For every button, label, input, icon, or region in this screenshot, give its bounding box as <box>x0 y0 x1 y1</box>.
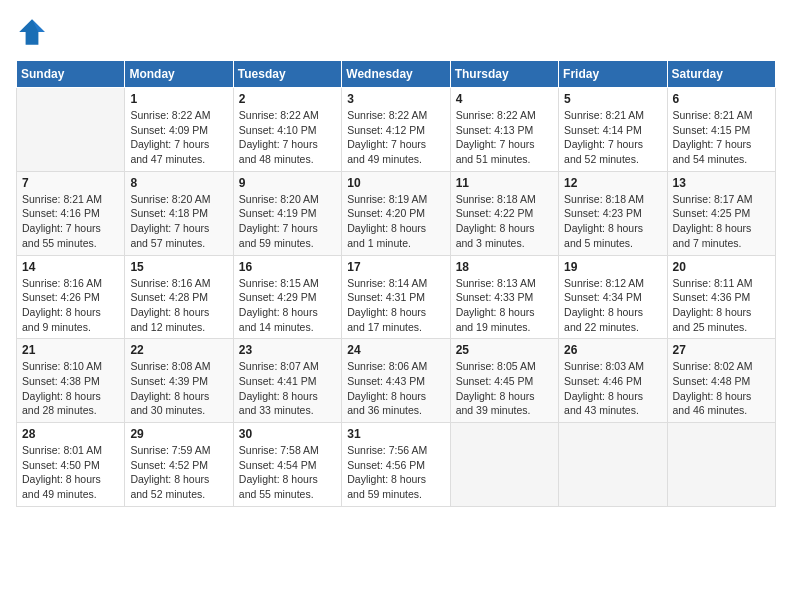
day-number: 15 <box>130 260 227 274</box>
calendar-table: SundayMondayTuesdayWednesdayThursdayFrid… <box>16 60 776 507</box>
calendar-body: 1Sunrise: 8:22 AM Sunset: 4:09 PM Daylig… <box>17 88 776 507</box>
day-number: 2 <box>239 92 336 106</box>
day-info: Sunrise: 8:22 AM Sunset: 4:12 PM Dayligh… <box>347 108 444 167</box>
calendar-cell <box>17 88 125 172</box>
calendar-week-0: 1Sunrise: 8:22 AM Sunset: 4:09 PM Daylig… <box>17 88 776 172</box>
day-number: 12 <box>564 176 661 190</box>
calendar-cell: 14Sunrise: 8:16 AM Sunset: 4:26 PM Dayli… <box>17 255 125 339</box>
calendar-cell: 16Sunrise: 8:15 AM Sunset: 4:29 PM Dayli… <box>233 255 341 339</box>
day-info: Sunrise: 7:59 AM Sunset: 4:52 PM Dayligh… <box>130 443 227 502</box>
weekday-header-tuesday: Tuesday <box>233 61 341 88</box>
weekday-header-friday: Friday <box>559 61 667 88</box>
day-number: 14 <box>22 260 119 274</box>
day-number: 25 <box>456 343 553 357</box>
calendar-cell: 27Sunrise: 8:02 AM Sunset: 4:48 PM Dayli… <box>667 339 775 423</box>
day-info: Sunrise: 8:17 AM Sunset: 4:25 PM Dayligh… <box>673 192 770 251</box>
day-number: 24 <box>347 343 444 357</box>
calendar-cell: 30Sunrise: 7:58 AM Sunset: 4:54 PM Dayli… <box>233 423 341 507</box>
day-info: Sunrise: 8:22 AM Sunset: 4:09 PM Dayligh… <box>130 108 227 167</box>
day-info: Sunrise: 8:21 AM Sunset: 4:14 PM Dayligh… <box>564 108 661 167</box>
day-info: Sunrise: 7:58 AM Sunset: 4:54 PM Dayligh… <box>239 443 336 502</box>
day-info: Sunrise: 8:18 AM Sunset: 4:23 PM Dayligh… <box>564 192 661 251</box>
calendar-cell: 24Sunrise: 8:06 AM Sunset: 4:43 PM Dayli… <box>342 339 450 423</box>
calendar-cell: 10Sunrise: 8:19 AM Sunset: 4:20 PM Dayli… <box>342 171 450 255</box>
calendar-week-3: 21Sunrise: 8:10 AM Sunset: 4:38 PM Dayli… <box>17 339 776 423</box>
day-info: Sunrise: 8:22 AM Sunset: 4:10 PM Dayligh… <box>239 108 336 167</box>
day-number: 30 <box>239 427 336 441</box>
day-number: 27 <box>673 343 770 357</box>
day-number: 23 <box>239 343 336 357</box>
calendar-week-1: 7Sunrise: 8:21 AM Sunset: 4:16 PM Daylig… <box>17 171 776 255</box>
day-number: 1 <box>130 92 227 106</box>
calendar-cell: 2Sunrise: 8:22 AM Sunset: 4:10 PM Daylig… <box>233 88 341 172</box>
day-info: Sunrise: 8:21 AM Sunset: 4:15 PM Dayligh… <box>673 108 770 167</box>
page-header <box>16 16 776 48</box>
calendar-cell: 1Sunrise: 8:22 AM Sunset: 4:09 PM Daylig… <box>125 88 233 172</box>
day-info: Sunrise: 8:07 AM Sunset: 4:41 PM Dayligh… <box>239 359 336 418</box>
day-number: 26 <box>564 343 661 357</box>
day-info: Sunrise: 8:16 AM Sunset: 4:26 PM Dayligh… <box>22 276 119 335</box>
weekday-header-saturday: Saturday <box>667 61 775 88</box>
day-number: 6 <box>673 92 770 106</box>
day-number: 17 <box>347 260 444 274</box>
calendar-cell: 22Sunrise: 8:08 AM Sunset: 4:39 PM Dayli… <box>125 339 233 423</box>
calendar-cell: 17Sunrise: 8:14 AM Sunset: 4:31 PM Dayli… <box>342 255 450 339</box>
calendar-cell: 8Sunrise: 8:20 AM Sunset: 4:18 PM Daylig… <box>125 171 233 255</box>
calendar-cell: 12Sunrise: 8:18 AM Sunset: 4:23 PM Dayli… <box>559 171 667 255</box>
day-number: 10 <box>347 176 444 190</box>
day-info: Sunrise: 8:18 AM Sunset: 4:22 PM Dayligh… <box>456 192 553 251</box>
calendar-cell <box>559 423 667 507</box>
day-info: Sunrise: 8:20 AM Sunset: 4:19 PM Dayligh… <box>239 192 336 251</box>
day-info: Sunrise: 8:19 AM Sunset: 4:20 PM Dayligh… <box>347 192 444 251</box>
day-info: Sunrise: 8:06 AM Sunset: 4:43 PM Dayligh… <box>347 359 444 418</box>
day-info: Sunrise: 8:11 AM Sunset: 4:36 PM Dayligh… <box>673 276 770 335</box>
calendar-cell <box>450 423 558 507</box>
calendar-cell: 18Sunrise: 8:13 AM Sunset: 4:33 PM Dayli… <box>450 255 558 339</box>
day-info: Sunrise: 8:13 AM Sunset: 4:33 PM Dayligh… <box>456 276 553 335</box>
day-info: Sunrise: 8:20 AM Sunset: 4:18 PM Dayligh… <box>130 192 227 251</box>
weekday-header-wednesday: Wednesday <box>342 61 450 88</box>
day-number: 9 <box>239 176 336 190</box>
day-info: Sunrise: 8:02 AM Sunset: 4:48 PM Dayligh… <box>673 359 770 418</box>
calendar-cell: 19Sunrise: 8:12 AM Sunset: 4:34 PM Dayli… <box>559 255 667 339</box>
day-info: Sunrise: 7:56 AM Sunset: 4:56 PM Dayligh… <box>347 443 444 502</box>
weekday-header-monday: Monday <box>125 61 233 88</box>
day-info: Sunrise: 8:12 AM Sunset: 4:34 PM Dayligh… <box>564 276 661 335</box>
calendar-cell: 9Sunrise: 8:20 AM Sunset: 4:19 PM Daylig… <box>233 171 341 255</box>
day-number: 16 <box>239 260 336 274</box>
calendar-cell: 26Sunrise: 8:03 AM Sunset: 4:46 PM Dayli… <box>559 339 667 423</box>
logo-icon <box>16 16 48 48</box>
calendar-cell: 28Sunrise: 8:01 AM Sunset: 4:50 PM Dayli… <box>17 423 125 507</box>
calendar-cell: 15Sunrise: 8:16 AM Sunset: 4:28 PM Dayli… <box>125 255 233 339</box>
calendar-cell: 25Sunrise: 8:05 AM Sunset: 4:45 PM Dayli… <box>450 339 558 423</box>
weekday-header-thursday: Thursday <box>450 61 558 88</box>
day-number: 21 <box>22 343 119 357</box>
day-number: 7 <box>22 176 119 190</box>
weekday-header-row: SundayMondayTuesdayWednesdayThursdayFrid… <box>17 61 776 88</box>
day-info: Sunrise: 8:16 AM Sunset: 4:28 PM Dayligh… <box>130 276 227 335</box>
day-info: Sunrise: 8:05 AM Sunset: 4:45 PM Dayligh… <box>456 359 553 418</box>
day-number: 4 <box>456 92 553 106</box>
calendar-cell: 4Sunrise: 8:22 AM Sunset: 4:13 PM Daylig… <box>450 88 558 172</box>
calendar-cell: 3Sunrise: 8:22 AM Sunset: 4:12 PM Daylig… <box>342 88 450 172</box>
day-info: Sunrise: 8:15 AM Sunset: 4:29 PM Dayligh… <box>239 276 336 335</box>
day-number: 11 <box>456 176 553 190</box>
calendar-cell: 6Sunrise: 8:21 AM Sunset: 4:15 PM Daylig… <box>667 88 775 172</box>
day-number: 20 <box>673 260 770 274</box>
calendar-cell: 13Sunrise: 8:17 AM Sunset: 4:25 PM Dayli… <box>667 171 775 255</box>
day-info: Sunrise: 8:10 AM Sunset: 4:38 PM Dayligh… <box>22 359 119 418</box>
calendar-cell: 5Sunrise: 8:21 AM Sunset: 4:14 PM Daylig… <box>559 88 667 172</box>
calendar-cell: 29Sunrise: 7:59 AM Sunset: 4:52 PM Dayli… <box>125 423 233 507</box>
calendar-cell: 20Sunrise: 8:11 AM Sunset: 4:36 PM Dayli… <box>667 255 775 339</box>
day-info: Sunrise: 8:03 AM Sunset: 4:46 PM Dayligh… <box>564 359 661 418</box>
day-number: 5 <box>564 92 661 106</box>
day-number: 19 <box>564 260 661 274</box>
day-number: 22 <box>130 343 227 357</box>
day-info: Sunrise: 8:21 AM Sunset: 4:16 PM Dayligh… <box>22 192 119 251</box>
day-number: 3 <box>347 92 444 106</box>
day-number: 28 <box>22 427 119 441</box>
day-number: 29 <box>130 427 227 441</box>
day-info: Sunrise: 8:08 AM Sunset: 4:39 PM Dayligh… <box>130 359 227 418</box>
logo <box>16 16 52 48</box>
day-number: 13 <box>673 176 770 190</box>
